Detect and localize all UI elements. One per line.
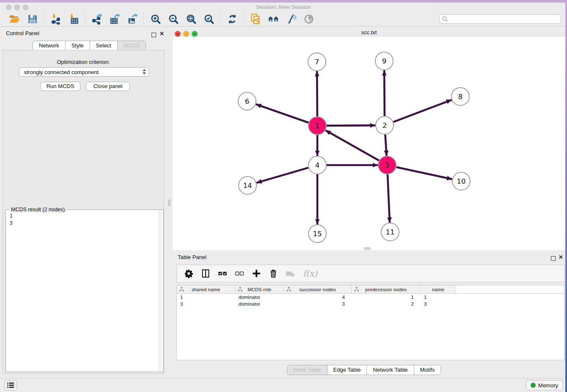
split-view-icon[interactable] [201,268,211,279]
open-session-icon[interactable] [9,13,20,25]
table-cell[interactable]: 3 [177,301,235,307]
table-panel-close-icon[interactable]: ✕ [559,255,563,259]
delete-table-icon [285,268,295,279]
graph-edge-3-1[interactable] [325,130,379,160]
graph-node-8[interactable]: 8 [451,88,469,105]
result-scrollbar[interactable] [159,210,163,371]
node-table: shared nameMCDS rolesuccessor nodesprede… [176,285,564,360]
graph-edge-3-11[interactable] [388,174,390,223]
new-network-from-selection-icon[interactable] [250,13,261,25]
window-minimize-button[interactable] [14,5,20,10]
status-bar: Memory [0,378,567,392]
tab-style[interactable]: Style [66,41,90,50]
tab-mcds[interactable]: MCDS [118,41,146,50]
graph-edge-2-3[interactable] [385,135,386,156]
table-cell[interactable]: dominator [235,294,284,301]
network-canvas[interactable]: 7968124314101511 [173,36,565,250]
deselect-all-columns-icon[interactable] [234,268,245,279]
zoom-selected-icon[interactable] [203,13,215,25]
network-window-title: scc.txt [173,29,565,36]
table-cell[interactable]: 1 [421,294,456,301]
graph-node-2[interactable]: 2 [376,116,394,134]
column-header-predecessor-nodes[interactable]: predecessor nodes [352,285,421,293]
network-minimize-button[interactable]: − [183,31,189,37]
result-line: 1 [10,213,163,220]
column-header-successor-nodes[interactable]: successor nodes [284,285,352,293]
import-table-icon[interactable] [68,13,79,25]
column-header-shared-name[interactable]: shared name [177,285,235,293]
search-icon [442,16,448,22]
close-panel-button[interactable]: Close panel [86,82,130,91]
task-history-button[interactable] [4,380,17,390]
toolbar-group [85,13,143,25]
graph-edge-1-7[interactable] [317,71,317,116]
tab-select[interactable]: Select [90,41,118,50]
graph-edge-2-8[interactable] [394,100,452,122]
graph-node-7[interactable]: 7 [308,53,326,71]
network-close-button[interactable]: ✕ [175,31,181,37]
graph-edge-2-9[interactable] [384,70,385,116]
graph-node-6[interactable]: 6 [238,92,256,110]
graph-edge-1-2[interactable] [327,125,375,126]
column-header-MCDS-role[interactable]: MCDS role [235,285,284,293]
export-image-icon[interactable] [127,13,138,25]
window-close-button[interactable] [6,5,11,10]
control-panel-float-icon[interactable] [151,31,156,39]
delete-columns-icon[interactable] [268,268,278,279]
graph-edge-4-14[interactable] [256,168,308,183]
zoom-in-icon[interactable] [150,13,161,25]
table-cell[interactable]: 1 [352,294,421,301]
first-neighbors-icon[interactable] [267,13,279,25]
tab-edge-table[interactable]: Edge Table [328,365,367,375]
table-cell[interactable]: dominator [235,301,284,307]
network-splitter-grip[interactable] [364,247,371,250]
select-all-columns-icon[interactable] [217,268,228,279]
export-table-icon[interactable] [109,13,120,25]
search-input[interactable] [439,14,561,24]
table-cell[interactable]: 2 [352,301,421,307]
settings-icon[interactable] [184,268,194,279]
tab-network[interactable]: Network [33,41,66,50]
optimization-criterion-dropdown[interactable]: strongly connected component [19,67,149,77]
export-network-icon[interactable] [91,13,102,25]
tab-network-table[interactable]: Network Table [367,365,414,375]
app-titlebar: Session: New Session [0,3,567,11]
graph-edge-3-10[interactable] [396,167,452,179]
graph-node-11[interactable]: 11 [381,223,399,241]
graph-node-4[interactable]: 4 [308,156,326,174]
hide-selected-icon[interactable] [285,13,297,25]
zoom-out-icon[interactable] [168,13,179,25]
svg-text:8: 8 [458,93,463,101]
refresh-layout-icon[interactable] [226,13,238,25]
graph-node-9[interactable]: 9 [375,52,393,70]
graph-node-1[interactable]: 1 [308,117,326,135]
table-cell[interactable]: 1 [177,294,235,301]
show-all-icon[interactable] [303,13,314,25]
network-zoom-button[interactable]: + [192,31,198,37]
graph-node-14[interactable]: 14 [239,177,256,194]
graph-node-15[interactable]: 15 [308,225,326,243]
table-row[interactable]: 3dominator323 [177,301,564,307]
table-panel-float-icon[interactable] [551,255,556,262]
save-session-icon[interactable] [27,13,38,25]
tab-node-table[interactable]: Node Table [287,365,328,375]
zoom-fit-icon[interactable] [185,13,197,25]
table-cell[interactable]: 3 [421,301,456,307]
add-column-icon[interactable] [251,268,261,279]
memory-button[interactable]: Memory [526,380,563,390]
panel-splitter-grip[interactable] [168,199,171,206]
svg-text:15: 15 [313,230,322,238]
svg-text:3: 3 [385,161,390,169]
import-network-icon[interactable] [50,13,61,25]
tab-motifs[interactable]: Motifs [414,365,441,375]
graph-node-3[interactable]: 3 [378,156,396,174]
column-header-name[interactable]: name [421,285,456,293]
run-mcds-button[interactable]: Run MCDS [40,82,80,91]
table-row[interactable]: 1dominator411 [177,294,564,301]
table-cell[interactable]: 4 [284,294,352,301]
graph-edge-1-6[interactable] [256,104,308,122]
window-zoom-button[interactable] [23,5,28,10]
graph-node-10[interactable]: 10 [452,172,470,190]
table-cell[interactable]: 3 [284,301,352,307]
control-panel-close-icon[interactable]: ✕ [160,31,164,36]
